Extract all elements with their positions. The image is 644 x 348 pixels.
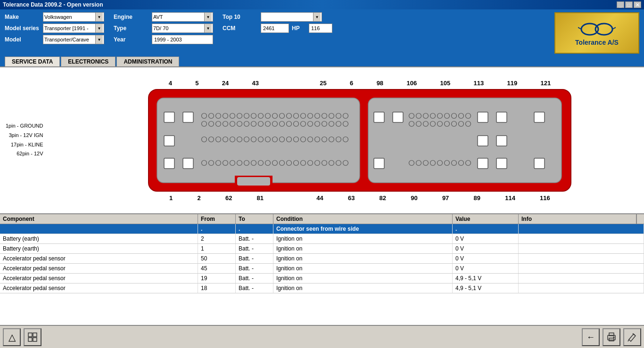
- make-select[interactable]: Volkswagen ▼: [43, 12, 104, 22]
- table-row[interactable]: Battery (earth) 1 Batt. - Ignition on 0 …: [0, 244, 644, 254]
- col-info: Info: [519, 214, 636, 224]
- bottom-label-1: 1: [169, 194, 173, 202]
- col-to: To: [236, 214, 273, 224]
- svg-rect-104: [496, 136, 507, 146]
- top-label-4: 4: [169, 80, 172, 87]
- ccm-hp-row: CCM 2461 HP 116: [223, 24, 332, 33]
- app-title: Tolerance Data 2009.2 - Open version: [3, 1, 103, 8]
- top-label-119: 119: [507, 80, 517, 87]
- table-row[interactable]: Accelerator pedal sensor 50 Batt. - Igni…: [0, 254, 644, 264]
- top-label-43: 43: [252, 80, 259, 87]
- connector-svg-wrapper: 4 5 24 43 25 6 98 106 105 113 119 121: [148, 80, 572, 202]
- legend-62pin: 62pin - 12V: [6, 150, 43, 159]
- col-from: From: [198, 214, 236, 224]
- svg-rect-13: [183, 158, 193, 169]
- top-label-98: 98: [377, 80, 383, 87]
- svg-rect-137: [33, 333, 37, 337]
- svg-rect-99: [393, 112, 403, 122]
- model-dropdown-arrow: ▼: [95, 35, 103, 44]
- table-row[interactable]: . . Connector seen from wire side .: [0, 224, 644, 234]
- hp-value: 116: [309, 24, 332, 33]
- ccm-value: 2461: [261, 24, 289, 33]
- svg-rect-98: [374, 112, 384, 122]
- left-fields: Make Volkswagen ▼ Model series Transport…: [5, 12, 104, 44]
- table-row[interactable]: Battery (earth) 2 Batt. - Ignition on 0 …: [0, 234, 644, 244]
- svg-rect-7: [237, 177, 270, 186]
- engine-select[interactable]: AVT ▼: [152, 12, 213, 22]
- tab-electronics[interactable]: ELECTRONICS: [61, 57, 116, 66]
- make-label: Make: [5, 14, 40, 20]
- minimize-button[interactable]: _: [617, 1, 624, 8]
- engine-label: Engine: [114, 14, 149, 20]
- bottom-label-2: 2: [198, 194, 201, 202]
- diagram-button[interactable]: [24, 328, 41, 346]
- bottom-label-63: 63: [348, 194, 355, 202]
- edit-button[interactable]: [623, 328, 641, 346]
- top-label-121: 121: [540, 80, 551, 87]
- bottom-label-44: 44: [316, 194, 323, 202]
- top10-select[interactable]: ▼: [261, 12, 322, 22]
- make-dropdown-arrow: ▼: [95, 13, 103, 21]
- back-button[interactable]: ←: [582, 328, 600, 346]
- svg-rect-101: [496, 112, 507, 122]
- year-row: Year 1999 - 2003: [114, 35, 213, 44]
- print-icon: [606, 332, 617, 342]
- scrollbar-header: [636, 214, 644, 224]
- header: Make Volkswagen ▼ Model series Transport…: [0, 9, 644, 57]
- tab-service-data[interactable]: SERVICE DATA: [5, 57, 60, 66]
- bottom-label-97: 97: [442, 194, 449, 202]
- ccm-label: CCM: [223, 25, 258, 32]
- year-input: 1999 - 2003: [152, 35, 213, 44]
- right-toolbar-buttons: ←: [582, 328, 641, 346]
- middle-fields: Engine AVT ▼ Type 7D/ 70 ▼ Year 1999 - 2…: [114, 12, 213, 44]
- svg-rect-9: [164, 112, 174, 122]
- type-dropdown-arrow: ▼: [204, 24, 212, 32]
- svg-point-143: [613, 337, 615, 338]
- svg-rect-139: [33, 338, 37, 341]
- top10-row: Top 10 ▼: [223, 12, 332, 22]
- svg-rect-12: [164, 158, 174, 169]
- type-row: Type 7D/ 70 ▼: [114, 24, 213, 33]
- diagram-icon: [27, 332, 38, 342]
- svg-rect-106: [478, 158, 488, 169]
- svg-rect-102: [534, 112, 545, 122]
- table-header: Component From To Condition Value Info: [0, 214, 644, 224]
- top10-dropdown-arrow: ▼: [313, 13, 321, 21]
- hp-label: HP: [292, 25, 306, 32]
- model-series-dropdown-arrow: ▼: [95, 24, 103, 32]
- logo-text: Tolerance A/S: [575, 39, 619, 46]
- maximize-button[interactable]: □: [625, 1, 633, 8]
- top-label-25: 25: [320, 80, 326, 87]
- model-row: Model Transporter/Carave ▼: [5, 35, 104, 44]
- svg-rect-103: [478, 136, 488, 146]
- top-label-6: 6: [350, 80, 353, 87]
- table-row[interactable]: Accelerator pedal sensor 18 Batt. - Igni…: [0, 283, 644, 293]
- bottom-pin-labels: 1 2 62 81 44 63 82 90 97 89 114 116: [148, 194, 572, 202]
- close-button[interactable]: ✕: [634, 1, 641, 8]
- bottom-label-62: 62: [225, 194, 232, 202]
- bottom-label-116: 116: [540, 194, 550, 202]
- model-select[interactable]: Transporter/Carave ▼: [43, 35, 104, 44]
- bottom-label-90: 90: [411, 194, 417, 202]
- type-label: Type: [114, 25, 149, 32]
- svg-rect-136: [28, 333, 32, 337]
- print-button[interactable]: [603, 328, 620, 346]
- table-row[interactable]: Accelerator pedal sensor 19 Batt. - Igni…: [0, 274, 644, 283]
- warning-button[interactable]: △: [3, 328, 21, 346]
- bottom-label-89: 89: [474, 194, 480, 202]
- connector-svg: [148, 89, 572, 192]
- svg-rect-10: [183, 112, 193, 122]
- engine-dropdown-arrow: ▼: [204, 13, 212, 21]
- right-fields: Top 10 ▼ CCM 2461 HP 116: [223, 12, 332, 33]
- col-condition: Condition: [273, 214, 453, 224]
- svg-rect-100: [478, 112, 488, 122]
- table-row[interactable]: Accelerator pedal sensor 45 Batt. - Igni…: [0, 264, 644, 274]
- type-select[interactable]: 7D/ 70 ▼: [152, 24, 213, 33]
- model-series-select[interactable]: Transporter [1991 - ▼: [43, 24, 104, 33]
- connector-label: Connector seen from wire side: [273, 224, 453, 234]
- tab-administration[interactable]: ADMINISTRATION: [116, 57, 179, 66]
- legend-3pin: 3pin - 12V IGN: [6, 131, 43, 140]
- top-label-106: 106: [406, 80, 417, 87]
- connector-diagram-area: 1pin - GROUND 3pin - 12V IGN 17pin - KLI…: [0, 67, 644, 213]
- bottom-label-82: 82: [380, 194, 386, 202]
